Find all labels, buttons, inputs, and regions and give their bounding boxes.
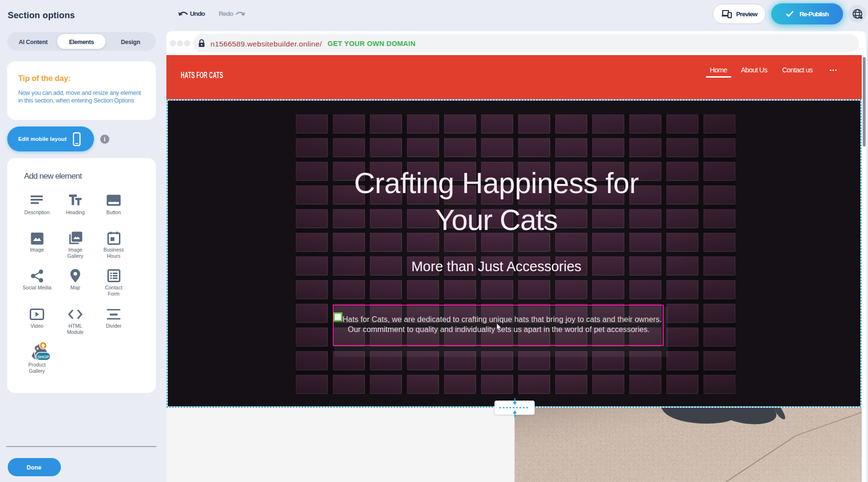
svg-text:SHOP: SHOP: [37, 355, 49, 359]
